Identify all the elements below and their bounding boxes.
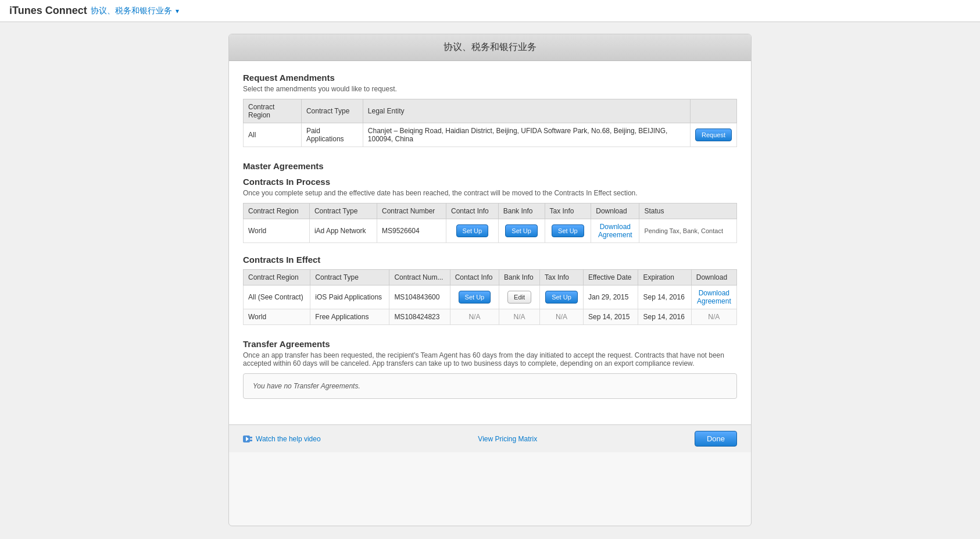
cip-col-status: Status	[639, 204, 737, 219]
cie-row2-bank: N/A	[499, 309, 540, 325]
svg-rect-2	[250, 437, 252, 438]
cie-col-effective: Effective Date	[583, 270, 638, 285]
top-nav: iTunes Connect 协议、税务和银行业务 ▾	[0, 0, 980, 22]
contracts-in-process-table: Contract Region Contract Type Contract N…	[243, 203, 737, 243]
cie-row1-bank: Edit	[499, 285, 540, 309]
cie-col-type: Contract Type	[310, 270, 389, 285]
contracts-in-process-subsection: Contracts In Process Once you complete s…	[243, 177, 737, 243]
entity-cell: Chanjet – Beiqing Road, Haidian District…	[363, 123, 690, 147]
table-row: World Free Applications MS108424823 N/A …	[244, 309, 737, 325]
cie-row2-number: MS108424823	[389, 309, 450, 325]
cie-row1-number: MS104843600	[389, 285, 450, 309]
cie-row1-download: Download Agreement	[691, 285, 736, 309]
cip-col-tax: Tax Info	[545, 204, 591, 219]
cie-row2-contact: N/A	[450, 309, 499, 325]
cip-col-bank: Bank Info	[498, 204, 545, 219]
cip-contact: Set Up	[446, 219, 499, 243]
cie-row2-effective: Sep 14, 2015	[583, 309, 638, 325]
cie-row1-tax-button[interactable]: Set Up	[545, 291, 578, 304]
cie-row2-expiration: Sep 14, 2016	[638, 309, 691, 325]
done-button[interactable]: Done	[695, 431, 737, 447]
cip-bank-setup-button[interactable]: Set Up	[505, 224, 538, 237]
request-button[interactable]: Request	[695, 128, 732, 141]
cie-row1-contact-button[interactable]: Set Up	[459, 291, 491, 304]
cie-row2-download: N/A	[691, 309, 736, 325]
cip-tax: Set Up	[545, 219, 591, 243]
cie-row1-bank-button[interactable]: Edit	[507, 291, 531, 304]
cip-col-number: Contract Number	[377, 204, 446, 219]
cip-download: Download Agreement	[591, 219, 639, 243]
table-row: All Paid Applications Chanjet – Beiqing …	[244, 123, 737, 147]
contracts-in-process-desc: Once you complete setup and the effectiv…	[243, 189, 737, 197]
video-icon	[243, 436, 252, 442]
nav-dropdown-arrow[interactable]: ▾	[176, 7, 179, 15]
cie-row1-download-link[interactable]: Download Agreement	[697, 289, 731, 305]
table-row: World iAd App Network MS9526604 Set Up S…	[244, 219, 737, 243]
cie-row1-tax: Set Up	[539, 285, 583, 309]
cie-row1-region: All (See Contract)	[244, 285, 310, 309]
cip-tax-setup-button[interactable]: Set Up	[552, 224, 584, 237]
request-amendments-desc: Select the amendments you would like to …	[243, 85, 737, 93]
transfer-agreements-section: Transfer Agreements Once an app transfer…	[243, 339, 737, 399]
col-action-1	[691, 99, 737, 123]
cie-row2-type: Free Applications	[310, 309, 389, 325]
master-agreements-title: Master Agreements	[243, 161, 737, 171]
transfer-agreements-title: Transfer Agreements	[243, 339, 737, 349]
nav-agreements-link[interactable]: 协议、税务和银行业务	[91, 6, 172, 16]
cip-download-agreement-link[interactable]: Download Agreement	[598, 223, 632, 239]
panel-footer: Watch the help video View Pricing Matrix…	[229, 424, 751, 452]
watch-video-link[interactable]: Watch the help video	[256, 435, 321, 443]
contracts-in-effect-table: Contract Region Contract Type Contract N…	[243, 269, 737, 325]
transfer-empty-message: You have no Transfer Agreements.	[253, 382, 360, 390]
cie-col-tax: Tax Info	[539, 270, 583, 285]
table-row: All (See Contract) iOS Paid Applications…	[244, 285, 737, 309]
view-pricing-link[interactable]: View Pricing Matrix	[478, 435, 537, 443]
cie-col-expiration: Expiration	[638, 270, 691, 285]
request-amendments-section: Request Amendments Select the amendments…	[243, 73, 737, 147]
request-amendments-table: Contract Region Contract Type Legal Enti…	[243, 99, 737, 147]
svg-rect-3	[250, 440, 252, 441]
col-contract-region-1: Contract Region	[244, 99, 302, 123]
col-contract-type-1: Contract Type	[301, 99, 363, 123]
cie-row2-region: World	[244, 309, 310, 325]
cie-row2-tax: N/A	[539, 309, 583, 325]
transfer-empty-box: You have no Transfer Agreements.	[243, 373, 737, 399]
contracts-in-effect-subsection: Contracts In Effect Contract Region Cont…	[243, 255, 737, 325]
brand-name: iTunes Connect	[9, 5, 87, 17]
transfer-agreements-desc: Once an app transfer has been requested,…	[243, 351, 737, 367]
cip-region: World	[244, 219, 310, 243]
cie-row1-contact: Set Up	[450, 285, 499, 309]
cip-contact-setup-button[interactable]: Set Up	[456, 224, 489, 237]
cip-type: iAd App Network	[309, 219, 377, 243]
cie-col-download: Download	[691, 270, 736, 285]
panel-body: Request Amendments Select the amendments…	[229, 61, 751, 424]
cie-row1-effective: Jan 29, 2015	[583, 285, 638, 309]
request-amendments-title: Request Amendments	[243, 73, 737, 83]
cie-col-number: Contract Num...	[389, 270, 450, 285]
main-wrapper: 协议、税务和银行业务 Request Amendments Select the…	[0, 22, 980, 538]
cip-status: Pending Tax, Bank, Contact	[639, 219, 737, 243]
cie-col-contact: Contact Info	[450, 270, 499, 285]
cie-row1-expiration: Sep 14, 2016	[638, 285, 691, 309]
col-legal-entity: Legal Entity	[363, 99, 690, 123]
main-panel: 协议、税务和银行业务 Request Amendments Select the…	[228, 34, 752, 526]
footer-left: Watch the help video	[243, 435, 321, 443]
panel-title: 协议、税务和银行业务	[443, 42, 537, 52]
action-cell: Request	[691, 123, 737, 147]
panel-header: 协议、税务和银行业务	[229, 34, 751, 61]
cip-bank: Set Up	[498, 219, 545, 243]
contracts-in-process-title: Contracts In Process	[243, 177, 737, 187]
cie-col-region: Contract Region	[244, 270, 310, 285]
cip-col-download: Download	[591, 204, 639, 219]
master-agreements-section: Master Agreements Contracts In Process O…	[243, 161, 737, 325]
cip-number: MS9526604	[377, 219, 446, 243]
type-cell: Paid Applications	[301, 123, 363, 147]
cie-row1-type: iOS Paid Applications	[310, 285, 389, 309]
footer-center: View Pricing Matrix	[321, 434, 695, 443]
region-cell: All	[244, 123, 302, 147]
cie-col-bank: Bank Info	[499, 270, 540, 285]
contracts-in-effect-title: Contracts In Effect	[243, 255, 737, 265]
cip-col-contact: Contact Info	[446, 204, 499, 219]
cip-col-type: Contract Type	[309, 204, 377, 219]
cip-col-region: Contract Region	[244, 204, 310, 219]
